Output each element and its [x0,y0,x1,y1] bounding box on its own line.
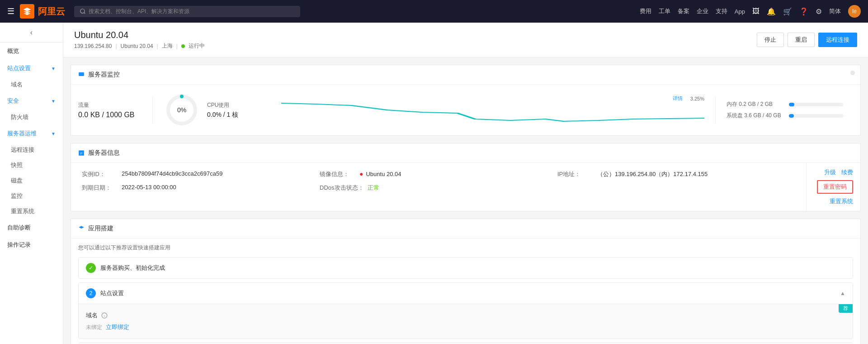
instance-id-row: 实例ID： 254bb78094f74d4cb9c3cca2c697ca59 [82,170,320,178]
step-1-title: 服务器购买、初始化完成 [100,264,165,272]
app-build-desc: 您可以通过以下推荐设置快速搭建应用 [78,244,853,252]
cpu-value: 0.0% / 1 核 [207,111,270,119]
cpu-percent-label: 0% [177,106,186,114]
back-icon: ‹ [30,29,33,37]
build-step-2-body: 域名 未绑定 立即绑定 荐 [79,304,853,339]
sidebar-label-snapshot: 快照 [11,162,23,168]
server-status: 运行中 [189,42,205,50]
search-bar[interactable]: 搜索文档、控制台、API、解决方案和资源 [74,6,300,17]
image-label: 镜像信息： [320,170,356,178]
build-step-1-header[interactable]: ✓ 服务器购买、初始化完成 [79,258,853,278]
reset-system-button[interactable]: 重置系统 [830,197,853,205]
server-info-title: 服务器信息 [88,149,120,157]
sidebar-back-button[interactable]: ‹ [0,23,63,43]
build-step-1: ✓ 服务器购买、初始化完成 [78,257,853,279]
app-build-section: 应用搭建 您可以通过以下推荐设置快速搭建应用 ✓ 服务器购买、初始化完成 [71,219,861,344]
lang-switch[interactable]: 简体 [829,7,841,15]
domain-label: 域名 [86,311,98,320]
sidebar-item-domain[interactable]: 域名 [0,77,63,92]
image-icon[interactable]: 🖼 [752,7,760,15]
ip-row: IP地址： （公）139.196.254.80（内）172.17.4.155 [557,170,795,178]
sidebar-label-firewall: 防火墙 [11,114,28,120]
nav-enterprise[interactable]: 企业 [697,7,708,15]
info-icon [101,312,108,319]
cpu-chart: 3.25% 详情 [281,94,704,126]
stop-button[interactable]: 停止 [757,33,784,47]
domain-status: 未绑定 [86,324,102,331]
cpu-label: CPU使用 [207,101,270,109]
sidebar-item-diagnosis[interactable]: 自助诊断 [0,219,63,236]
cart-icon[interactable]: 🛒 [783,7,792,16]
monitor-section-header: 服务器监控 [71,65,860,85]
image-icon: ● [359,170,363,177]
sidebar-item-monitor[interactable]: 监控 [0,188,63,204]
nav-fees[interactable]: 费用 [640,7,651,15]
sidebar-item-oplog[interactable]: 操作记录 [0,236,63,253]
sidebar-section-ops[interactable]: 服务器运维 ▼ [0,125,63,142]
monitor-section: 服务器监控 流量 0.0 KB / 1000 GB [71,65,861,136]
divider-1 [152,96,153,124]
sidebar-item-snapshot[interactable]: 快照 [0,158,63,173]
sidebar-label-site: 站点设置 [7,64,31,72]
sidebar-section-site[interactable]: 站点设置 ▼ [0,60,63,77]
sidebar-label-ops: 服务器运维 [7,129,37,138]
nav-right-area: 费用 工单 备案 企业 支持 App 🖼 🔔 🛒 ❓ ⚙ 简体 Ie [640,5,861,18]
nav-ticket[interactable]: 工单 [659,7,670,15]
monitor-title: 服务器监控 [88,71,120,79]
separator-3: | [176,43,178,49]
expire-label: 到期日期： [82,184,118,192]
sidebar-item-disk[interactable]: 磁盘 [0,173,63,188]
divider-2 [715,96,716,124]
bell-icon[interactable]: 🔔 [767,7,776,16]
cpu-donut: 0% [164,92,200,128]
page-header: Ubuntu 20.04 139.196.254.80 | Ubuntu 20.… [63,23,868,57]
nav-app[interactable]: App [735,8,745,15]
remote-connect-button[interactable]: 远程连接 [818,33,857,47]
page-actions: 停止 重启 远程连接 [757,33,857,47]
restart-label: 重启 [795,36,807,44]
restart-button[interactable]: 重启 [788,33,815,47]
sidebar-label-security: 安全 [7,97,19,105]
separator-2: | [157,43,158,49]
sidebar-label-oplog: 操作记录 [7,241,31,249]
reset-password-button[interactable]: 重置密码 [817,180,853,194]
svg-rect-1 [79,72,84,76]
domain-status-row: 未绑定 立即绑定 [86,323,845,331]
traffic-label: 流量 [78,101,142,109]
cpu-detail-link[interactable]: 详情 [673,95,683,102]
reset-sys-label: 重置系统 [830,198,853,205]
hamburger-menu[interactable]: ☰ [7,6,14,16]
server-info-actions: 升级 续费 重置密码 重置系统 [806,163,860,211]
sidebar-label-remote: 远程连接 [11,146,34,153]
expire-value: 2022-05-13 00:00:00 [122,184,176,191]
sidebar-section-security[interactable]: 安全 ▼ [0,92,63,110]
settings-icon[interactable]: ⚙ [816,7,822,16]
domain-bind-link[interactable]: 立即绑定 [106,323,129,331]
upgrade-link[interactable]: 升级 [824,168,836,177]
sidebar-item-remote[interactable]: 远程连接 [0,142,63,158]
build-step-2-header[interactable]: 2 站点设置 ▲ [79,283,853,304]
question-icon[interactable]: ❓ [799,7,808,16]
reset-pwd-label: 重置密码 [823,183,847,190]
sidebar-label-monitor: 监控 [11,192,23,199]
sidebar-item-reset-system[interactable]: 重置系统 [0,204,63,219]
cpu-value-item: CPU使用 0.0% / 1 核 [207,101,270,119]
sidebar-item-overview[interactable]: 概览 [0,43,63,60]
remote-label: 远程连接 [826,36,849,44]
user-avatar[interactable]: Ie [848,5,861,18]
disk-row: 系统盘 3.6 GB / 40 GB [726,112,853,119]
server-info-body: 实例ID： 254bb78094f74d4cb9c3cca2c697ca59 镜… [71,163,860,211]
action-links: 升级 续费 [824,168,853,177]
sidebar-item-firewall[interactable]: 防火墙 [0,110,63,125]
cpu-peak-value: 3.25% [690,96,704,101]
server-info-section: 服务器信息 实例ID： 254bb78094f74d4cb9c3cca2c697… [71,143,861,211]
nav-support[interactable]: 支持 [716,7,727,15]
renew-link[interactable]: 续费 [841,168,853,177]
traffic-item: 流量 0.0 KB / 1000 GB [78,101,142,119]
instance-id-value: 254bb78094f74d4cb9c3cca2c697ca59 [122,170,222,177]
ddos-row: DDos攻击状态： 正常 [320,184,557,192]
server-region: 上海 [162,42,173,50]
app-build-header: 应用搭建 [71,219,860,239]
server-os: Ubuntu 20.04 [121,43,153,49]
nav-record[interactable]: 备案 [678,7,689,15]
